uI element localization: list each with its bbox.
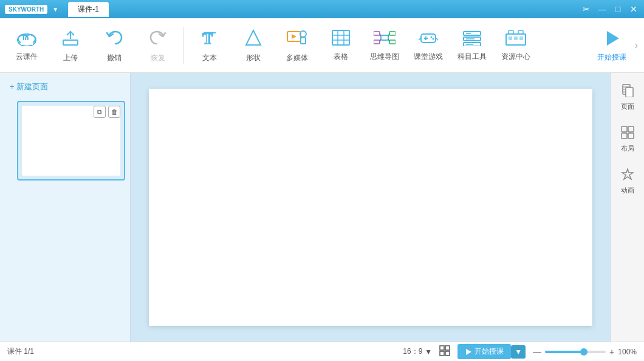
aspect-ratio-dropdown-arrow: ▼ <box>425 348 432 356</box>
svg-marker-16 <box>292 34 296 39</box>
svg-rect-63 <box>440 351 444 356</box>
canvas-area <box>131 73 611 342</box>
page-info: 课件 1/1 <box>7 346 34 357</box>
thumbnail-actions: ⧉ 🗑 <box>94 106 120 118</box>
text-icon: T <box>200 28 219 50</box>
toolbar-cloud-label: 云课件 <box>16 52 38 62</box>
toolbar-upload-label: 上传 <box>63 53 78 63</box>
delete-slide-button[interactable]: 🗑 <box>108 106 120 118</box>
toolbar-resource-label: 资源中心 <box>501 52 530 62</box>
status-bar: 课件 1/1 16：9 ▼ 开始授课 ▼ — + 100% <box>0 342 644 361</box>
duplicate-slide-button[interactable]: ⧉ <box>94 106 106 118</box>
restore-button[interactable]: □ <box>612 4 623 15</box>
page-icon <box>621 84 634 100</box>
layout-icon <box>621 126 634 142</box>
svg-marker-65 <box>466 349 471 355</box>
resource-icon <box>505 29 527 49</box>
toolbar-game[interactable]: 课堂游戏 <box>408 22 449 68</box>
cut-icon[interactable]: ✂ <box>581 4 592 15</box>
right-panel-layout[interactable]: 布局 <box>613 121 642 158</box>
svg-rect-58 <box>622 133 627 139</box>
svg-marker-60 <box>622 169 633 179</box>
toolbar-text-label: 文本 <box>202 53 217 63</box>
svg-rect-57 <box>628 126 634 132</box>
minimize-button[interactable]: — <box>597 4 608 15</box>
svg-rect-61 <box>440 346 444 350</box>
play-icon <box>602 29 622 50</box>
right-panel-animation[interactable]: 动画 <box>613 163 642 200</box>
right-panel: 页面 布局 动画 <box>611 73 644 342</box>
shape-icon <box>244 28 263 50</box>
svg-marker-12 <box>246 30 261 45</box>
svg-rect-62 <box>445 346 450 350</box>
new-page-label: + 新建页面 <box>10 81 48 92</box>
title-bar: SKYWORTH ▼ 课件-1 ✂ — □ ✕ <box>0 0 644 18</box>
svg-rect-24 <box>374 40 380 44</box>
svg-rect-55 <box>626 88 633 97</box>
start-class-dropdown-arrow[interactable]: › <box>635 22 638 68</box>
svg-point-34 <box>431 36 433 38</box>
zoom-slider[interactable] <box>545 351 606 353</box>
toolbar-media-label: 多媒体 <box>286 53 308 63</box>
close-button[interactable]: ✕ <box>628 4 639 15</box>
window-controls: ✂ — □ ✕ <box>581 4 639 15</box>
zoom-out-button[interactable]: — <box>533 347 541 357</box>
toolbar-mindmap[interactable]: 思维导图 <box>364 22 405 68</box>
zoom-slider-thumb[interactable] <box>580 348 587 356</box>
toolbar-upload[interactable]: 上传 <box>50 22 91 68</box>
toolbar: 云课件 上传 撤销 恢复 <box>0 18 644 73</box>
toolbar-resource[interactable]: 资源中心 <box>495 22 536 68</box>
zoom-in-button[interactable]: + <box>609 347 614 357</box>
toolbar-table-label: 表格 <box>334 52 348 62</box>
aspect-ratio-select[interactable]: 16：9 ▼ <box>403 346 432 357</box>
toolbar-media[interactable]: 多媒体 <box>276 22 318 68</box>
logo-text: SKYWORTH <box>9 6 44 13</box>
svg-rect-26 <box>389 40 396 44</box>
start-class-status-label: 开始授课 <box>474 346 504 357</box>
right-panel-animation-label: 动画 <box>621 186 634 195</box>
new-page-button[interactable]: + 新建页面 <box>5 78 125 96</box>
aspect-ratio-label: 16：9 <box>403 346 422 357</box>
toolbar-text[interactable]: T 文本 <box>189 22 230 68</box>
toolbar-cloud[interactable]: 云课件 <box>6 22 47 68</box>
svg-rect-56 <box>622 126 627 132</box>
slide-canvas[interactable] <box>149 89 592 326</box>
toolbar-shape-label: 形状 <box>246 53 261 63</box>
toolbar-table[interactable]: 表格 <box>320 22 361 68</box>
slide-thumbnail-1[interactable]: ⧉ 🗑 <box>17 101 125 180</box>
svg-rect-64 <box>445 351 450 356</box>
grid-toggle-button[interactable] <box>439 345 450 358</box>
toolbar-shape[interactable]: 形状 <box>233 22 274 68</box>
logo-dropdown-arrow[interactable]: ▼ <box>52 6 58 13</box>
redo-icon <box>148 28 168 50</box>
toolbar-redo-label: 恢复 <box>151 53 165 63</box>
start-class-dropdown-button[interactable]: ▼ <box>511 345 526 359</box>
document-tab[interactable]: 课件-1 <box>68 2 109 17</box>
svg-rect-47 <box>519 36 523 40</box>
animation-icon <box>621 168 634 184</box>
svg-line-27 <box>380 33 381 36</box>
start-class-status-button[interactable]: 开始授课 <box>457 344 511 359</box>
right-panel-page-label: 页面 <box>621 102 634 111</box>
svg-rect-45 <box>509 36 512 40</box>
svg-line-28 <box>380 39 381 42</box>
svg-rect-7 <box>63 40 78 45</box>
upload-icon <box>61 28 80 50</box>
start-class-toolbar-group: 开始授课 › <box>589 22 638 68</box>
document-tab-label: 课件-1 <box>78 5 99 13</box>
svg-rect-59 <box>628 133 634 139</box>
svg-rect-3 <box>21 40 33 45</box>
cloud-icon <box>16 29 38 49</box>
svg-line-29 <box>388 33 389 36</box>
zoom-controls: — + 100% <box>533 347 637 357</box>
toolbar-undo[interactable]: 撤销 <box>94 22 135 68</box>
toolbar-mindmap-label: 思维导图 <box>370 52 399 62</box>
right-panel-layout-label: 布局 <box>621 144 634 153</box>
toolbar-game-label: 课堂游戏 <box>414 52 443 62</box>
svg-rect-15 <box>301 38 306 44</box>
toolbar-undo-label: 撤销 <box>107 53 122 63</box>
toolbar-subject[interactable]: 科目工具 <box>451 22 493 68</box>
svg-rect-25 <box>389 32 396 35</box>
right-panel-page[interactable]: 页面 <box>613 79 642 116</box>
start-class-button[interactable]: 开始授课 <box>589 22 635 68</box>
